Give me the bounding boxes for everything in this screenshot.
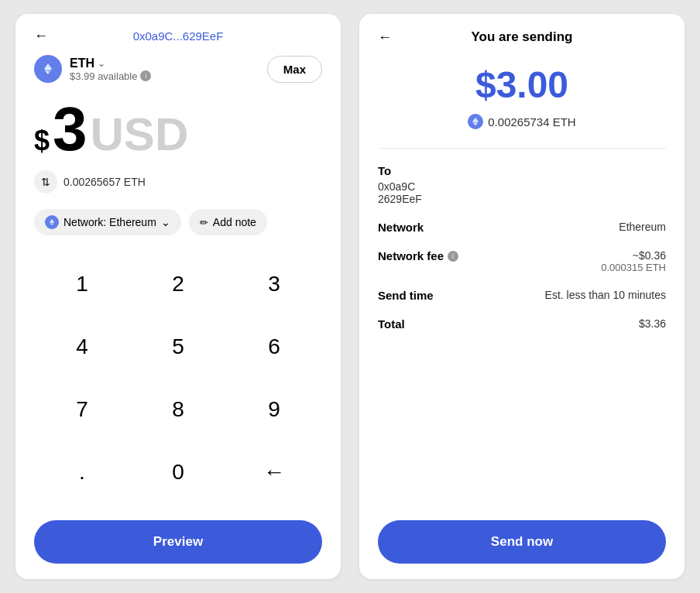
- numpad-key-dot[interactable]: .: [34, 445, 130, 499]
- send-amount-usd: $3.00: [378, 63, 666, 106]
- preview-button[interactable]: Preview: [34, 520, 322, 564]
- back-arrow-right[interactable]: ←: [378, 29, 392, 46]
- to-label: To: [378, 164, 666, 177]
- amount-number: 3: [53, 98, 88, 160]
- pencil-icon: ✏: [200, 217, 208, 228]
- numpad-key-8[interactable]: 8: [130, 382, 226, 437]
- network-detail-label: Network: [378, 221, 424, 234]
- token-info: ETH ⌄ $3.99 available i: [34, 55, 151, 83]
- token-name: ETH: [70, 57, 94, 70]
- confirm-panel: ← You are sending $3.00 0.00265734 ETH T…: [359, 14, 685, 579]
- add-note-button[interactable]: ✏ Add note: [189, 209, 267, 235]
- swap-icon[interactable]: ⇅: [34, 170, 57, 194]
- token-name-row[interactable]: ETH ⌄: [70, 57, 151, 70]
- fee-detail-value: ~$0.36 0.000315 ETH: [601, 249, 666, 273]
- eth-icon-medium: [468, 114, 483, 129]
- numpad-key-1[interactable]: 1: [34, 257, 130, 311]
- numpad-key-5[interactable]: 5: [130, 320, 226, 374]
- svg-marker-3: [50, 219, 54, 224]
- to-address-line1: 0x0a9C: [378, 180, 666, 193]
- numpad-key-0[interactable]: 0: [130, 445, 226, 499]
- detail-section: To 0x0a9C 2629EeF Network Ethereum Netwo…: [378, 164, 666, 520]
- send-amount-eth-text: 0.00265734 ETH: [488, 115, 575, 129]
- svg-marker-0: [44, 63, 52, 71]
- divider: [378, 148, 666, 149]
- send-panel: ← 0x0a9C...629EeF ETH ⌄: [15, 14, 341, 579]
- svg-marker-6: [472, 118, 479, 123]
- fee-label: Network fee: [378, 249, 444, 262]
- amount-display: $ 3 USD: [34, 98, 322, 161]
- numpad-key-4[interactable]: 4: [34, 320, 130, 374]
- network-button[interactable]: Network: Ethereum ⌄: [34, 209, 181, 235]
- action-row: Network: Ethereum ⌄ ✏ Add note: [34, 209, 322, 235]
- add-note-label: Add note: [213, 216, 256, 228]
- wallet-address[interactable]: 0x0a9C...629EeF: [133, 29, 224, 43]
- network-label: Network: Ethereum: [63, 216, 156, 228]
- numpad-key-9[interactable]: 9: [226, 382, 322, 437]
- network-chevron-icon: ⌄: [161, 216, 170, 228]
- eth-icon-large: [34, 55, 62, 83]
- network-detail-value: Ethereum: [619, 221, 666, 233]
- eth-amount-text: 0.00265657 ETH: [63, 176, 146, 188]
- dollar-sign: $: [34, 125, 50, 157]
- fee-eth: 0.000315 ETH: [601, 262, 666, 273]
- numpad-key-7[interactable]: 7: [34, 382, 130, 437]
- total-row: Total $3.36: [378, 317, 666, 331]
- send-time-row: Send time Est. less than 10 minutes: [378, 289, 666, 302]
- fee-info-icon: i: [448, 251, 458, 262]
- to-row: To 0x0a9C 2629EeF: [378, 164, 666, 205]
- network-eth-icon: [45, 215, 59, 229]
- amount-currency: USD: [91, 108, 189, 161]
- send-time-value: Est. less than 10 minutes: [545, 289, 666, 301]
- info-icon: i: [140, 70, 151, 81]
- numpad-key-2[interactable]: 2: [130, 257, 226, 311]
- left-header: ← 0x0a9C...629EeF: [34, 29, 322, 43]
- fee-usd: ~$0.36: [601, 249, 666, 262]
- send-time-label: Send time: [378, 289, 434, 302]
- right-header: ← You are sending: [378, 29, 666, 45]
- app-container: ← 0x0a9C...629EeF ETH ⌄: [0, 0, 700, 593]
- you-are-sending-title: You are sending: [472, 29, 573, 45]
- numpad-key-3[interactable]: 3: [226, 257, 322, 311]
- eth-amount-row: ⇅ 0.00265657 ETH: [34, 170, 322, 194]
- send-now-button[interactable]: Send now: [378, 520, 666, 564]
- fee-row: Network fee i ~$0.36 0.000315 ETH: [378, 249, 666, 273]
- token-balance: $3.99 available i: [70, 70, 151, 82]
- total-label: Total: [378, 317, 405, 331]
- token-chevron-icon: ⌄: [98, 58, 105, 69]
- numpad-key-6[interactable]: 6: [226, 320, 322, 374]
- fee-label-group: Network fee i: [378, 249, 458, 262]
- to-address-line2: 2629EeF: [378, 193, 666, 205]
- numpad: 123456789.0←: [34, 257, 322, 508]
- total-value: $3.36: [639, 317, 666, 330]
- send-amount-eth-row: 0.00265734 ETH: [378, 114, 666, 129]
- back-arrow-left[interactable]: ←: [34, 28, 48, 44]
- token-row: ETH ⌄ $3.99 available i Max: [34, 55, 322, 83]
- max-button[interactable]: Max: [267, 56, 322, 83]
- network-row: Network Ethereum: [378, 221, 666, 234]
- numpad-key-backspace[interactable]: ←: [226, 445, 322, 499]
